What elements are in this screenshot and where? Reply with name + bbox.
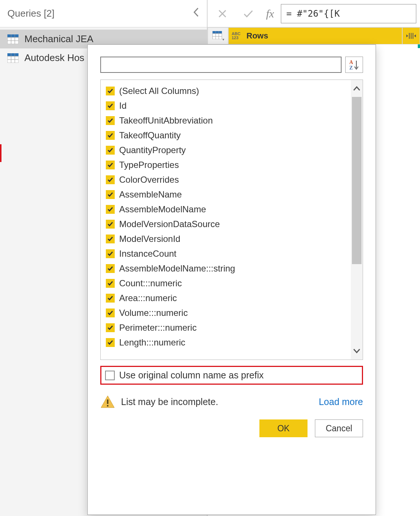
annotation-edge [0, 144, 1, 162]
column-list: (Select All Columns)IdTakeoffUnitAbbrevi… [100, 80, 363, 360]
column-option[interactable]: AssembleModelName [106, 202, 348, 217]
column-option[interactable]: Area:::numeric [106, 291, 348, 306]
checkbox-checked-icon[interactable] [106, 279, 115, 288]
column-option-label: Length:::numeric [119, 337, 185, 348]
prefix-checkbox[interactable] [105, 371, 115, 380]
expand-column-popup: A Z (Select All Columns)IdTakeoffUnitAbb… [87, 44, 376, 515]
search-input[interactable] [100, 57, 342, 73]
cancel-formula-icon[interactable] [211, 4, 233, 23]
select-all-cell[interactable]: ▾ [208, 27, 228, 44]
selection-edge [418, 44, 420, 48]
checkbox-checked-icon[interactable] [106, 220, 115, 229]
column-option-label: Area:::numeric [119, 293, 177, 303]
collapse-icon[interactable] [193, 7, 199, 20]
svg-text:A: A [349, 60, 353, 65]
checkbox-checked-icon[interactable] [106, 264, 115, 273]
column-option[interactable]: Volume:::numeric [106, 306, 348, 320]
accept-formula-icon[interactable] [237, 4, 259, 23]
column-option[interactable]: ModelVersionId [106, 232, 348, 246]
checkbox-checked-icon[interactable] [106, 190, 115, 199]
use-original-prefix-option[interactable]: Use original column name as prefix [100, 366, 363, 385]
table-icon [7, 53, 19, 63]
checkbox-checked-icon[interactable] [106, 205, 115, 214]
checkbox-checked-icon[interactable] [106, 87, 115, 95]
checkbox-checked-icon[interactable] [106, 131, 115, 140]
svg-text:Z: Z [349, 65, 353, 70]
checkbox-checked-icon[interactable] [106, 175, 115, 184]
ok-button[interactable]: OK [259, 419, 308, 437]
table-icon: ▾ [212, 31, 224, 41]
formula-bar: fx = #"26"{[K [208, 0, 420, 27]
queries-header: Queries [2] [0, 0, 207, 27]
prefix-label: Use original column name as prefix [119, 370, 263, 381]
column-header-label: Rows [246, 31, 268, 41]
expand-column-button[interactable] [402, 27, 420, 44]
query-item-label: Mechanical JEA [24, 33, 93, 45]
queries-title: Queries [2] [7, 8, 54, 19]
sort-az-button[interactable]: A Z [345, 57, 363, 73]
column-option-label: InstanceCount [119, 249, 177, 259]
checkbox-checked-icon[interactable] [106, 249, 115, 258]
scroll-down-icon[interactable] [351, 343, 363, 360]
warning-text: List may be incomplete. [121, 397, 218, 407]
checkbox-checked-icon[interactable] [106, 146, 115, 155]
svg-rect-5 [7, 53, 19, 56]
scroll-up-icon[interactable] [351, 80, 363, 97]
column-option-label: Id [119, 101, 127, 111]
scroll-thumb[interactable] [352, 97, 362, 264]
column-option-label: ModelVersionId [119, 234, 180, 244]
column-option-label: Volume:::numeric [119, 308, 188, 318]
warning-icon [100, 395, 115, 408]
column-option[interactable]: AssembleModelName:::string [106, 261, 348, 276]
column-option[interactable]: InstanceCount [106, 246, 348, 261]
column-option[interactable]: Count:::numeric [106, 276, 348, 291]
column-option-label: (Select All Columns) [119, 86, 199, 96]
column-option-label: QuantityProperty [119, 145, 186, 155]
cancel-button[interactable]: Cancel [315, 419, 363, 437]
scrollbar[interactable] [351, 80, 363, 360]
load-more-link[interactable]: Load more [319, 397, 363, 407]
column-option[interactable]: (Select All Columns) [106, 84, 348, 98]
column-header-rows[interactable]: ABC 123 Rows [228, 27, 402, 44]
column-option[interactable]: TakeoffUnitAbbreviation [106, 113, 348, 128]
checkbox-checked-icon[interactable] [106, 323, 115, 332]
column-option[interactable]: Length:::numeric [106, 335, 348, 350]
column-option[interactable]: TypeProperties [106, 158, 348, 172]
checkbox-checked-icon[interactable] [106, 308, 115, 317]
column-option[interactable]: Id [106, 98, 348, 113]
svg-rect-0 [7, 34, 19, 37]
column-option-label: TakeoffUnitAbbreviation [119, 115, 213, 126]
column-option[interactable]: ColorOverrides [106, 172, 348, 187]
column-option-label: Count:::numeric [119, 278, 182, 289]
chevron-down-icon: ▾ [222, 37, 224, 41]
checkbox-checked-icon[interactable] [106, 101, 115, 110]
formula-input[interactable]: = #"26"{[K [281, 4, 416, 23]
column-option-label: AssembleModelName [119, 204, 206, 215]
query-item-label: Autodesk Hos [24, 52, 84, 64]
type-icon: ABC 123 [232, 31, 243, 41]
column-option-label: TakeoffQuantity [119, 130, 181, 141]
fx-icon[interactable]: fx [263, 7, 277, 20]
column-option[interactable]: Perimeter:::numeric [106, 320, 348, 335]
checkbox-checked-icon[interactable] [106, 235, 115, 243]
checkbox-checked-icon[interactable] [106, 338, 115, 347]
checkbox-checked-icon[interactable] [106, 116, 115, 125]
column-option-label: ModelVersionDataSource [119, 219, 220, 229]
checkbox-checked-icon[interactable] [106, 161, 115, 169]
checkbox-checked-icon[interactable] [106, 294, 115, 303]
column-option[interactable]: TakeoffQuantity [106, 128, 348, 143]
column-option[interactable]: AssembleName [106, 187, 348, 202]
svg-rect-10 [212, 31, 222, 34]
table-icon [7, 34, 19, 44]
warning-row: List may be incomplete. Load more [100, 395, 363, 408]
column-option-label: AssembleModelName:::string [119, 263, 235, 274]
column-option-label: Perimeter:::numeric [119, 323, 196, 333]
column-option[interactable]: ModelVersionDataSource [106, 217, 348, 232]
svg-rect-22 [107, 405, 108, 407]
column-option[interactable]: QuantityProperty [106, 143, 348, 158]
scroll-track[interactable] [351, 97, 363, 343]
column-option-label: TypeProperties [119, 160, 179, 170]
svg-rect-21 [107, 399, 108, 404]
column-option-label: ColorOverrides [119, 175, 179, 185]
column-option-label: AssembleName [119, 189, 182, 200]
